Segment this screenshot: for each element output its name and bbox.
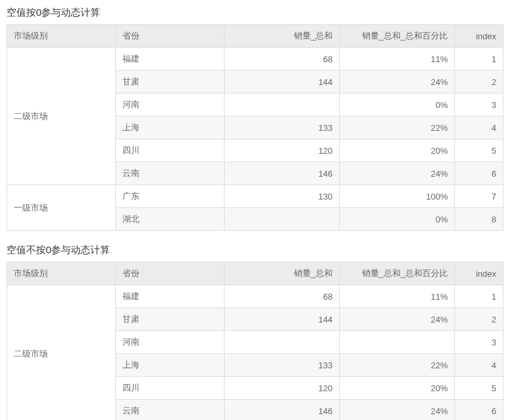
pct-cell: 24% [340, 308, 455, 331]
index-cell: 5 [455, 377, 503, 400]
pct-cell: 11% [340, 48, 455, 71]
section-title: 空值按0参与动态计算 [7, 7, 503, 19]
sum-cell [225, 331, 340, 354]
market-cell: 二级市场 [7, 48, 116, 185]
index-cell: 8 [455, 208, 503, 231]
province-cell: 福建 [116, 48, 225, 71]
sum-cell: 120 [225, 377, 340, 400]
index-cell: 1 [455, 48, 503, 71]
pct-cell: 0% [340, 94, 455, 116]
province-cell: 上海 [116, 354, 225, 377]
index-cell: 6 [455, 400, 503, 421]
sum-cell: 130 [225, 185, 340, 208]
pct-cell: 22% [340, 116, 455, 139]
header-province: 省份 [116, 262, 225, 285]
province-cell: 甘肃 [116, 71, 225, 94]
table-row: 一级市场广东130100%7 [7, 185, 503, 208]
sum-cell: 133 [225, 116, 340, 139]
header-market: 市场级别 [7, 262, 116, 285]
index-cell: 3 [455, 94, 503, 116]
sum-cell: 146 [225, 400, 340, 421]
province-cell: 河南 [116, 94, 225, 116]
pct-cell: 0% [340, 208, 455, 231]
header-province: 省份 [116, 25, 225, 48]
header-sum: 销量_总和 [225, 25, 340, 48]
pct-cell: 20% [340, 377, 455, 400]
table-header-row: 市场级别省份销量_总和销量_总和_总和百分比index [7, 25, 503, 48]
table-section: 空值按0参与动态计算市场级别省份销量_总和销量_总和_总和百分比index二级市… [7, 7, 503, 231]
index-cell: 3 [455, 331, 503, 354]
header-pct: 销量_总和_总和百分比 [340, 262, 455, 285]
province-cell: 云南 [116, 400, 225, 421]
data-table: 市场级别省份销量_总和销量_总和_总和百分比index二级市场福建6811%1甘… [7, 262, 503, 420]
index-cell: 1 [455, 285, 503, 308]
index-cell: 6 [455, 162, 503, 185]
pct-cell: 24% [340, 400, 455, 421]
pct-cell: 11% [340, 285, 455, 308]
pct-cell [340, 331, 455, 354]
header-pct: 销量_总和_总和百分比 [340, 25, 455, 48]
section-title: 空值不按0参与动态计算 [7, 244, 503, 256]
header-sum: 销量_总和 [225, 262, 340, 285]
header-index: index [455, 25, 503, 48]
table-section: 空值不按0参与动态计算市场级别省份销量_总和销量_总和_总和百分比index二级… [7, 244, 503, 420]
table-row: 二级市场福建6811%1 [7, 285, 503, 308]
index-cell: 2 [455, 308, 503, 331]
sum-cell: 144 [225, 71, 340, 94]
index-cell: 4 [455, 354, 503, 377]
sum-cell: 133 [225, 354, 340, 377]
header-market: 市场级别 [7, 25, 116, 48]
sum-cell: 68 [225, 48, 340, 71]
pct-cell: 22% [340, 354, 455, 377]
pct-cell: 20% [340, 139, 455, 162]
province-cell: 甘肃 [116, 308, 225, 331]
table-row: 二级市场福建6811%1 [7, 48, 503, 71]
province-cell: 河南 [116, 331, 225, 354]
province-cell: 福建 [116, 285, 225, 308]
sum-cell [225, 208, 340, 231]
index-cell: 2 [455, 71, 503, 94]
index-cell: 5 [455, 139, 503, 162]
header-index: index [455, 262, 503, 285]
pct-cell: 24% [340, 162, 455, 185]
pct-cell: 100% [340, 185, 455, 208]
table-header-row: 市场级别省份销量_总和销量_总和_总和百分比index [7, 262, 503, 285]
sum-cell: 68 [225, 285, 340, 308]
province-cell: 广东 [116, 185, 225, 208]
sum-cell: 144 [225, 308, 340, 331]
pct-cell: 24% [340, 71, 455, 94]
province-cell: 湖北 [116, 208, 225, 231]
index-cell: 4 [455, 116, 503, 139]
sum-cell: 120 [225, 139, 340, 162]
market-cell: 一级市场 [7, 185, 116, 231]
province-cell: 四川 [116, 139, 225, 162]
province-cell: 四川 [116, 377, 225, 400]
index-cell: 7 [455, 185, 503, 208]
sum-cell: 146 [225, 162, 340, 185]
data-table: 市场级别省份销量_总和销量_总和_总和百分比index二级市场福建6811%1甘… [7, 24, 503, 231]
province-cell: 上海 [116, 116, 225, 139]
market-cell: 二级市场 [7, 285, 116, 421]
sum-cell [225, 94, 340, 116]
province-cell: 云南 [116, 162, 225, 185]
